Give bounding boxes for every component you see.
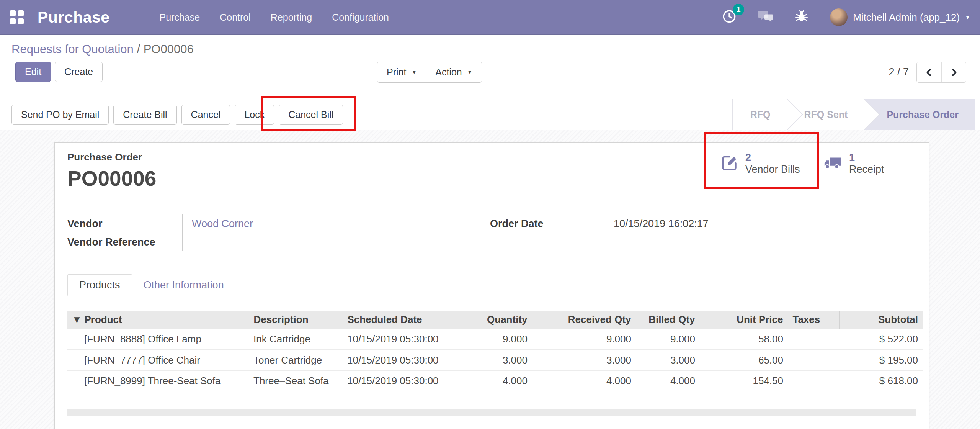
column-header-billed-qty[interactable]: Billed Qty — [636, 311, 700, 329]
cell-expand — [67, 370, 80, 391]
user-menu[interactable]: Mitchell Admin (app_12) ▼ — [830, 8, 970, 26]
cell-description[interactable]: Toner Cartridge — [249, 350, 343, 370]
column-header-subtotal[interactable]: Subtotal — [839, 311, 923, 329]
control-panel-buttons: Edit Create Print▼ Action▼ 2 / 7 — [0, 62, 980, 82]
cancel-bill-button[interactable]: Cancel Bill — [279, 105, 343, 125]
pager-previous-button[interactable] — [917, 62, 941, 82]
left-field-group: Vendor Vendor Reference Wood Corner — [67, 215, 490, 251]
avatar — [830, 8, 848, 26]
menu-configuration[interactable]: Configuration — [332, 12, 389, 23]
smart-button-count: 2 — [745, 152, 800, 164]
fields-section: Vendor Vendor Reference Wood Corner Orde… — [67, 215, 916, 251]
cell-quantity[interactable]: 9.000 — [475, 329, 532, 350]
column-header-expand[interactable]: ▼ — [67, 311, 80, 329]
pager-value[interactable]: 2 / 7 — [889, 66, 909, 78]
cell-taxes[interactable] — [788, 370, 839, 391]
vendor-reference-value — [192, 233, 490, 251]
cell-billed-qty[interactable]: 9.000 — [636, 329, 700, 350]
breadcrumb-current: PO00006 — [144, 43, 194, 56]
cell-quantity[interactable]: 3.000 — [475, 350, 532, 370]
pager: 2 / 7 — [889, 62, 966, 83]
chevron-down-icon: ▼ — [467, 70, 472, 75]
create-button[interactable]: Create — [55, 62, 103, 82]
vendor-reference-label: Vendor Reference — [67, 233, 182, 251]
vendor-value-link[interactable]: Wood Corner — [192, 218, 253, 230]
cell-unit-price[interactable]: 65.00 — [700, 350, 788, 370]
cell-quantity[interactable]: 4.000 — [475, 370, 532, 391]
column-header-description[interactable]: Description — [249, 311, 343, 329]
cell-unit-price[interactable]: 154.50 — [700, 370, 788, 391]
chat-bubbles-icon — [758, 9, 773, 25]
order-date-label: Order Date — [490, 215, 604, 233]
tab-other-information[interactable]: Other Information — [132, 274, 235, 296]
cell-scheduled-date[interactable]: 10/15/2019 05:30:00 — [343, 350, 475, 370]
action-dropdown-button[interactable]: Action▼ — [426, 62, 481, 82]
smart-button-receipt[interactable]: 1Receipt — [815, 148, 917, 179]
edit-note-icon — [721, 154, 738, 173]
navbar-menus: PurchaseControlReportingConfiguration — [160, 12, 389, 23]
cell-subtotal[interactable]: $ 618.00 — [839, 370, 923, 391]
apps-menu-icon[interactable] — [10, 10, 24, 24]
cell-billed-qty[interactable]: 3.000 — [636, 350, 700, 370]
menu-control[interactable]: Control — [220, 12, 251, 23]
print-dropdown-button[interactable]: Print▼ — [377, 62, 426, 82]
status-step-purchase-order[interactable]: Purchase Order — [864, 99, 975, 130]
control-panel: Requests for Quotation / PO00006 Edit Cr… — [0, 35, 980, 99]
cell-scheduled-date[interactable]: 10/15/2019 05:30:00 — [343, 329, 475, 350]
menu-purchase[interactable]: Purchase — [160, 12, 200, 23]
cell-description[interactable]: Ink Cartridge — [249, 329, 343, 350]
cell-product[interactable]: [FURN_8888] Office Lamp — [80, 329, 249, 350]
cell-taxes[interactable] — [788, 350, 839, 370]
tab-products[interactable]: Products — [67, 274, 132, 296]
chevron-right-icon — [949, 68, 959, 77]
send-po-by-email-button[interactable]: Send PO by Email — [11, 105, 109, 125]
pager-next-button[interactable] — [941, 62, 966, 82]
cell-subtotal[interactable]: $ 522.00 — [839, 329, 923, 350]
cell-billed-qty[interactable]: 4.000 — [636, 370, 700, 391]
table-row[interactable]: [FURN_8888] Office LampInk Cartridge10/1… — [67, 329, 923, 350]
expand-caret-icon: ▼ — [72, 314, 80, 325]
lock-button[interactable]: Lock — [235, 105, 274, 125]
cell-received-qty[interactable]: 3.000 — [532, 350, 636, 370]
edit-button[interactable]: Edit — [15, 62, 51, 82]
cell-description[interactable]: Three–Seat Sofa — [249, 370, 343, 391]
cell-scheduled-date[interactable]: 10/15/2019 05:30:00 — [343, 370, 475, 391]
smart-button-label: Vendor Bills — [745, 164, 800, 175]
menu-reporting[interactable]: Reporting — [271, 12, 312, 23]
cell-received-qty[interactable]: 9.000 — [532, 329, 636, 350]
smart-buttons: 2Vendor Bills1Receipt — [713, 148, 917, 179]
table-row[interactable]: [FURN_7777] Office ChairToner Cartridge1… — [67, 350, 923, 370]
column-header-unit-price[interactable]: Unit Price — [700, 311, 788, 329]
cell-unit-price[interactable]: 58.00 — [700, 329, 788, 350]
create-bill-button[interactable]: Create Bill — [113, 105, 176, 125]
status-step-rfq[interactable]: RFQ — [733, 99, 787, 130]
cancel-button[interactable]: Cancel — [181, 105, 230, 125]
cell-product[interactable]: [FURN_7777] Office Chair — [80, 350, 249, 370]
messages-button[interactable] — [758, 9, 773, 25]
cell-expand — [67, 329, 80, 350]
chevron-down-icon: ▼ — [965, 15, 970, 20]
form-statusbar: Send PO by EmailCreate BillCancelLockCan… — [0, 99, 980, 130]
activities-button[interactable]: 1 — [722, 9, 737, 25]
breadcrumb-parent-link[interactable]: Requests for Quotation — [11, 43, 134, 56]
cell-subtotal[interactable]: $ 195.00 — [839, 350, 923, 370]
column-header-quantity[interactable]: Quantity — [475, 311, 532, 329]
truck-icon — [823, 154, 842, 173]
content-area: 2Vendor Bills1Receipt Purchase Order PO0… — [0, 130, 980, 429]
bug-icon — [795, 10, 808, 25]
cell-taxes[interactable] — [788, 329, 839, 350]
section-divider — [67, 409, 916, 416]
column-header-product[interactable]: Product — [80, 311, 249, 329]
column-header-scheduled-date[interactable]: Scheduled Date — [343, 311, 475, 329]
smart-button-vendor-bills[interactable]: 2Vendor Bills — [713, 148, 815, 179]
cell-received-qty[interactable]: 4.000 — [532, 370, 636, 391]
column-header-received-qty[interactable]: Received Qty — [532, 311, 636, 329]
activity-count-badge: 1 — [733, 4, 744, 15]
top-navbar: Purchase PurchaseControlReportingConfigu… — [0, 0, 980, 35]
cell-product[interactable]: [FURN_8999] Three-Seat Sofa — [80, 370, 249, 391]
smart-button-label: Receipt — [849, 164, 884, 175]
table-row[interactable]: [FURN_8999] Three-Seat SofaThree–Seat So… — [67, 370, 923, 391]
debug-button[interactable] — [795, 10, 808, 25]
app-brand[interactable]: Purchase — [38, 8, 110, 26]
column-header-taxes[interactable]: Taxes — [788, 311, 839, 329]
